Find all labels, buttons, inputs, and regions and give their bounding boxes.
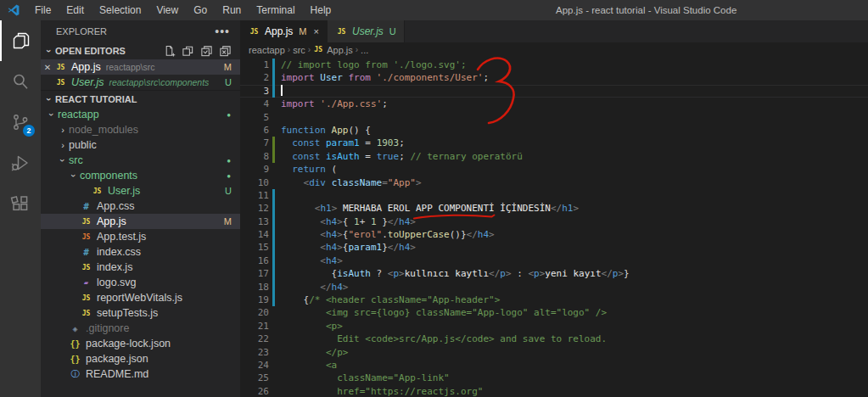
menu-file[interactable]: File bbox=[27, 0, 59, 20]
more-actions-icon[interactable]: ••• bbox=[215, 25, 230, 38]
menu-terminal[interactable]: Terminal bbox=[249, 0, 302, 20]
code-line-4[interactable]: 4import './App.css'; bbox=[240, 98, 868, 110]
js-file-icon: JS bbox=[54, 64, 67, 71]
code-token: ; bbox=[483, 72, 489, 83]
menu-go[interactable]: Go bbox=[186, 0, 215, 20]
code-token: ; bbox=[399, 151, 410, 162]
code-token: import bbox=[281, 98, 320, 109]
close-tab-icon[interactable]: × bbox=[314, 26, 319, 36]
close-all-editors-icon[interactable] bbox=[219, 45, 232, 58]
code-token: className bbox=[332, 177, 383, 188]
split-editors-icon[interactable] bbox=[182, 45, 194, 58]
code-line-13[interactable]: 13 <h4>{ 1+ 1 }</h4> bbox=[240, 215, 868, 228]
activity-explorer-icon[interactable] bbox=[0, 20, 41, 61]
code-token: isAuth bbox=[326, 151, 360, 162]
tree-item-node_modules[interactable]: ›node_modules bbox=[41, 122, 240, 137]
tree-item-package-lock.json[interactable]: {}package-lock.json bbox=[41, 336, 240, 351]
tree-item-index.js[interactable]: JSindex.js bbox=[41, 260, 240, 275]
tree-item-App.test.js[interactable]: JSApp.test.js bbox=[41, 229, 240, 244]
breadcrumb-separator-icon: › bbox=[356, 45, 358, 54]
code-line-10[interactable]: 10 <div className="App"> bbox=[240, 176, 868, 189]
activity-extensions-icon[interactable] bbox=[0, 183, 41, 224]
code-token: yeni kayıt bbox=[545, 268, 601, 279]
tree-item-App.css[interactable]: #App.css bbox=[41, 198, 240, 214]
tree-item-reactapp[interactable]: ›reactapp● bbox=[41, 107, 240, 122]
activity-run-debug-icon[interactable] bbox=[0, 143, 41, 183]
code-token: { bbox=[343, 216, 354, 227]
code-token bbox=[281, 203, 315, 214]
activity-source-control-icon[interactable]: 2 bbox=[0, 102, 41, 143]
breadcrumb-item-reactapp[interactable]: reactapp bbox=[249, 45, 285, 55]
code-token: p bbox=[500, 268, 506, 279]
code-line-16[interactable]: 16 <h4> bbox=[240, 254, 868, 267]
activity-search-icon[interactable] bbox=[0, 61, 41, 102]
code-line-19[interactable]: 19 {/* <header className="App-header"> bbox=[240, 294, 868, 306]
tree-item-logo.svg[interactable]: ▰logo.svg bbox=[41, 275, 240, 290]
code-line-8[interactable]: 8 const isAuth = true; // ternary operat… bbox=[240, 150, 868, 163]
line-number: 24 bbox=[240, 359, 269, 372]
tree-item-index.css[interactable]: #index.css bbox=[41, 244, 240, 260]
code-line-25[interactable]: 25 className="App-link" bbox=[240, 372, 868, 384]
code-line-15[interactable]: 15 <h4>{param1}</h4> bbox=[240, 241, 868, 254]
code-token: </ bbox=[320, 282, 331, 293]
tree-item-package.json[interactable]: {}package.json bbox=[41, 351, 240, 366]
save-all-icon[interactable] bbox=[200, 45, 213, 58]
vscode-logo-icon bbox=[7, 3, 20, 17]
code-token: </ bbox=[388, 216, 399, 227]
code-token bbox=[281, 216, 320, 227]
code-line-2[interactable]: 2import User from './components/User'; bbox=[240, 71, 868, 84]
code-line-21[interactable]: 21 <p> bbox=[240, 320, 868, 333]
code-text: import './App.css'; bbox=[275, 98, 388, 110]
code-line-12[interactable]: 12 <h1> MERHABA EROL APP COMPONENTİ İÇİN… bbox=[240, 202, 868, 215]
code-line-23[interactable]: 23 </p> bbox=[240, 346, 868, 359]
menu-help[interactable]: Help bbox=[303, 0, 339, 20]
tree-item-components[interactable]: ›components● bbox=[41, 168, 240, 183]
code-line-9[interactable]: 9 return ( bbox=[240, 163, 868, 176]
code-line-22[interactable]: 22 Edit <code>src/App.js</code> and save… bbox=[240, 333, 868, 345]
open-editor-App.js[interactable]: ✕JSApp.jsreactapp\srcM bbox=[41, 59, 240, 75]
tree-item-reportWebVitals.js[interactable]: JSreportWebVitals.js bbox=[41, 290, 240, 305]
tab-User.js[interactable]: JSUser.jsU bbox=[328, 20, 405, 42]
breadcrumb-item-...[interactable]: ... bbox=[361, 45, 368, 55]
code-line-6[interactable]: 6function App() { bbox=[240, 124, 868, 137]
tree-item-.gitignore[interactable]: ◈.gitignore bbox=[41, 321, 240, 336]
menu-run[interactable]: Run bbox=[215, 0, 249, 20]
tree-item-README.md[interactable]: ⓘREADME.md bbox=[41, 366, 240, 382]
line-number: 21 bbox=[240, 320, 269, 333]
code-line-20[interactable]: 20 <img src={logo} className="App-logo" … bbox=[240, 306, 868, 319]
code-line-11[interactable]: 11 bbox=[240, 189, 868, 202]
tree-item-src[interactable]: ›src● bbox=[41, 153, 240, 168]
tree-item-public[interactable]: ›public bbox=[41, 137, 240, 153]
breadcrumb-separator-icon: › bbox=[288, 45, 290, 54]
code-text: import User from './components/User'; bbox=[275, 71, 489, 84]
menu-selection[interactable]: Selection bbox=[92, 0, 148, 20]
tree-item-label: package.json bbox=[86, 353, 148, 365]
git-changes-dot: ● bbox=[227, 172, 240, 180]
code-line-7[interactable]: 7 const param1 = 1903; bbox=[240, 137, 868, 149]
code-line-24[interactable]: 24 <a bbox=[240, 359, 868, 372]
code-line-14[interactable]: 14 <h4>{"erol".toUpperCase()}</h4> bbox=[240, 228, 868, 241]
menu-view[interactable]: View bbox=[148, 0, 186, 20]
code-line-5[interactable]: 5 bbox=[240, 111, 868, 124]
tab-App.js[interactable]: JSApp.jsM× bbox=[240, 20, 328, 42]
code-line-26[interactable]: 26 href="https://reactjs.org" bbox=[240, 385, 868, 397]
code-text: // import logo from './logo.svg'; bbox=[275, 59, 467, 71]
code-token: > bbox=[343, 282, 349, 293]
breadcrumb-item-App.js[interactable]: App.js bbox=[327, 45, 353, 55]
menu-edit[interactable]: Edit bbox=[59, 0, 92, 20]
open-editor-User.js[interactable]: JSUser.jsreactapp\src\componentsU bbox=[41, 75, 240, 90]
project-section-header[interactable]: › REACT TUTORIAL bbox=[41, 90, 240, 107]
breadcrumb[interactable]: reactapp›src›JSApp.js›... bbox=[240, 42, 868, 57]
breadcrumb-item-src[interactable]: src bbox=[293, 45, 305, 55]
code-line-17[interactable]: 17 {isAuth ? <p>kullnıcı kaytlı</p> : <p… bbox=[240, 267, 868, 280]
tree-item-User.js[interactable]: JSUser.jsU bbox=[41, 183, 240, 198]
code-line-18[interactable]: 18 </h4> bbox=[240, 281, 868, 294]
tree-item-App.js[interactable]: JSApp.jsM bbox=[41, 214, 240, 229]
tree-item-setupTests.js[interactable]: JSsetupTests.js bbox=[41, 305, 240, 321]
code-line-3[interactable]: 3 bbox=[240, 85, 868, 98]
code-editor[interactable]: 1// import logo from './logo.svg';2impor… bbox=[240, 57, 868, 397]
close-editor-icon[interactable]: ✕ bbox=[41, 63, 54, 72]
open-editors-header[interactable]: › OPEN EDITORS bbox=[41, 42, 240, 59]
new-untitled-file-icon[interactable] bbox=[163, 45, 176, 58]
code-line-1[interactable]: 1// import logo from './logo.svg'; bbox=[240, 59, 868, 71]
